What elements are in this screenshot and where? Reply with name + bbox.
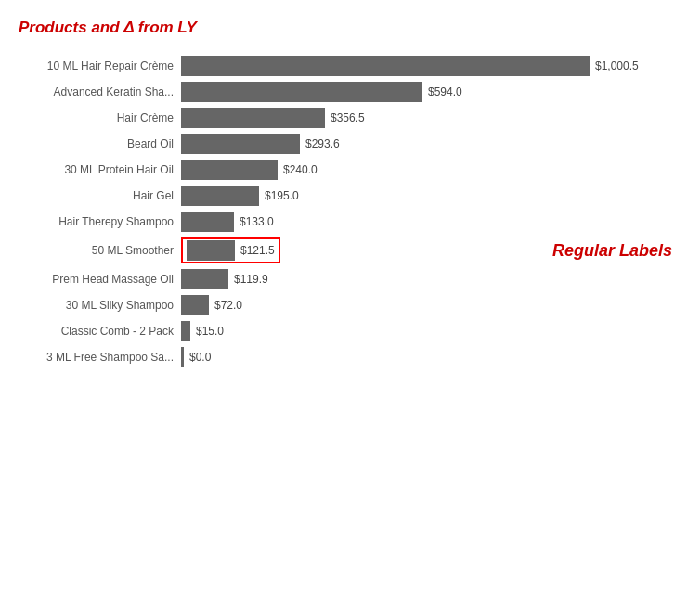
bar-wrapper: $594.0 (181, 82, 681, 102)
product-label: Hair Gel (19, 189, 181, 202)
bar-row: Beard Oil$293.6 (19, 134, 681, 154)
product-label: 30 ML Protein Hair Oil (19, 163, 181, 176)
bar (187, 240, 235, 261)
bar-value: $0.0 (189, 351, 211, 364)
bar-value: $72.0 (214, 299, 242, 312)
product-label: Hair Therepy Shampoo (19, 215, 181, 228)
bar-wrapper: $15.0 (181, 321, 681, 341)
bar (181, 212, 234, 232)
bar-wrapper: $1,000.5 (181, 56, 681, 76)
bar-value: $594.0 (428, 85, 462, 98)
product-label: Beard Oil (19, 137, 181, 150)
bar-value: $195.0 (265, 189, 299, 202)
product-label: Advanced Keratin Sha... (19, 85, 181, 98)
bar-value: $133.0 (240, 215, 274, 228)
product-label: 30 ML Silky Shampoo (19, 299, 181, 312)
bar (181, 108, 325, 128)
bar (181, 134, 300, 154)
bar (181, 186, 259, 206)
product-label: 50 ML Smoother (19, 244, 181, 257)
bar (181, 160, 278, 180)
bar-row: Advanced Keratin Sha...$594.0 (19, 82, 681, 102)
bar-value: $119.9 (234, 273, 268, 286)
chart-container: 10 ML Hair Repair Crème$1,000.5Advanced … (19, 56, 681, 373)
bar-wrapper: $293.6 (181, 134, 681, 154)
bar-wrapper: $356.5 (181, 108, 681, 128)
chart-title: Products and Δ from LY (19, 19, 681, 37)
bar-value: $15.0 (196, 325, 224, 338)
bar-row: 30 ML Protein Hair Oil$240.0 (19, 160, 681, 180)
bar (181, 295, 209, 315)
bar-row: Classic Comb - 2 Pack$15.0 (19, 321, 681, 341)
bar-value: $356.5 (331, 111, 365, 124)
highlight-box: $121.5 (181, 237, 280, 263)
product-label: Hair Crème (19, 111, 181, 124)
bar-wrapper: $119.9 (181, 269, 681, 289)
bar-row: 30 ML Silky Shampoo$72.0 (19, 295, 681, 315)
bar-value: $121.5 (240, 244, 275, 257)
bar-value: $293.6 (305, 137, 340, 150)
bar (181, 347, 184, 367)
bar-row: 3 ML Free Shampoo Sa...$0.0 (19, 347, 681, 367)
bar-value: $1,000.5 (595, 59, 639, 72)
bar-wrapper: $72.0 (181, 295, 681, 315)
bar (181, 321, 190, 341)
bar-row: Hair Crème$356.5 (19, 108, 681, 128)
regular-labels-annotation: Regular Labels (552, 241, 672, 261)
bar-value: $240.0 (283, 163, 318, 176)
product-label: Classic Comb - 2 Pack (19, 325, 181, 338)
product-label: 10 ML Hair Repair Crème (19, 59, 181, 72)
bar-wrapper: $0.0 (181, 347, 681, 367)
product-label: Prem Head Massage Oil (19, 273, 181, 286)
bar-row: Hair Therepy Shampoo$133.0 (19, 212, 681, 232)
bar-row: Prem Head Massage Oil$119.9 (19, 269, 681, 289)
bar (181, 56, 590, 76)
bar (181, 82, 422, 102)
bar-wrapper: $240.0 (181, 160, 681, 180)
bar-row: 50 ML Smoother$121.5Regular Labels (19, 237, 681, 263)
bar-row: 10 ML Hair Repair Crème$1,000.5 (19, 56, 681, 76)
product-label: 3 ML Free Shampoo Sa... (19, 351, 181, 364)
bar-wrapper: $133.0 (181, 212, 681, 232)
bar-wrapper: $195.0 (181, 186, 681, 206)
bar-row: Hair Gel$195.0 (19, 186, 681, 206)
bar (181, 269, 228, 289)
